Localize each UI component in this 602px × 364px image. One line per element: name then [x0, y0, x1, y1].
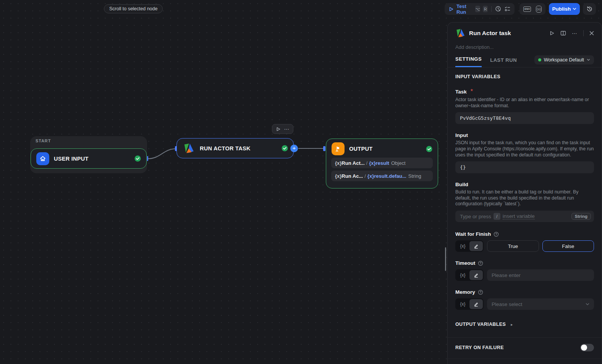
memory-select[interactable]: Please select — [487, 298, 594, 310]
output-variables-heading: OUTPUT VARIABLES — [455, 322, 506, 327]
apify-logo-icon — [455, 28, 465, 38]
edge-userinput-to-runactor — [148, 149, 176, 159]
env-variables-icon[interactable]: ENV — [523, 6, 531, 12]
variable-icon: {x} — [369, 160, 375, 166]
tab-settings[interactable]: SETTINGS — [455, 56, 482, 67]
value-mode-toggle: {x} — [455, 269, 484, 281]
chevron-down-icon — [586, 303, 589, 306]
value-mode-toggle: {x} — [455, 298, 484, 310]
insert-variable-link[interactable]: insert variable — [503, 213, 535, 219]
panel-title: Run Actor task — [469, 30, 545, 37]
home-icon — [36, 152, 49, 165]
tab-last-run[interactable]: LAST RUN — [490, 57, 517, 67]
add-next-node-button[interactable]: + — [290, 145, 298, 152]
required-mark: * — [471, 88, 473, 95]
help-icon[interactable] — [494, 232, 499, 237]
value-mode-toggle: {x} — [455, 240, 484, 252]
scroll-to-selected-node-button[interactable]: Scroll to selected node — [104, 4, 163, 13]
caret-right-icon: ▸ — [511, 322, 513, 327]
help-icon[interactable] — [478, 261, 483, 266]
success-check-icon — [426, 146, 432, 152]
literal-mode-button[interactable] — [469, 299, 483, 309]
shortcut-key-r: R — [483, 6, 488, 12]
build-input[interactable]: Type or press / insert variable String — [455, 211, 594, 222]
version-history-button[interactable] — [583, 3, 596, 15]
true-button[interactable]: True — [487, 240, 539, 252]
variable-type: String — [408, 173, 421, 179]
node-run-actor-task[interactable]: RUN ACTOR TASK — [176, 138, 294, 158]
node-user-input[interactable]: USER INPUT — [31, 148, 147, 169]
close-icon[interactable] — [589, 31, 594, 35]
node-user-input-title: USER INPUT — [54, 156, 130, 162]
divider — [583, 30, 584, 36]
task-input[interactable]: PvVdGcG5zsyT8E4vq — [455, 112, 594, 124]
build-label: Build — [455, 182, 468, 187]
timeout-input[interactable]: Please enter — [487, 269, 594, 281]
docs-book-icon[interactable] — [560, 31, 566, 36]
path-separator: / — [366, 160, 368, 166]
variable-path: result.defau... — [374, 173, 406, 179]
slash-key-icon: / — [494, 213, 500, 220]
wait-for-finish-label: Wait for Finish — [455, 231, 491, 237]
test-run-button[interactable]: Test Run — [456, 3, 473, 15]
variable-mode-button[interactable]: {x} — [456, 299, 469, 309]
output-variables-section[interactable]: OUTPUT VARIABLES ▸ — [455, 322, 594, 327]
task-description: Actor task identifier - ID or an alias i… — [455, 97, 594, 109]
success-check-icon — [134, 155, 141, 162]
help-icon[interactable] — [478, 290, 483, 295]
timeout-label: Timeout — [455, 260, 475, 266]
output-variable-row[interactable]: {x}Run Act... / {x}result Object — [331, 158, 433, 168]
variable-icon: {x} — [335, 173, 341, 179]
variable-icon: {x} — [335, 160, 341, 166]
workspace-status-dot — [538, 58, 541, 61]
memory-select-placeholder: Please select — [492, 301, 522, 307]
checklist-icon[interactable] — [504, 6, 511, 12]
publish-label: Publish — [552, 6, 571, 12]
variable-inspector-icon[interactable]: (x) — [536, 6, 542, 13]
history-icon — [586, 6, 593, 12]
publish-button[interactable]: Publish — [549, 3, 580, 15]
node-config-panel: Run Actor task ⋯ Add description... SETT… — [447, 22, 602, 364]
variable-icon: {x} — [367, 173, 374, 179]
workspace-selector[interactable]: Workspace Default — [534, 55, 594, 64]
test-run-group: Test Run ⌥ R — [445, 3, 515, 15]
divider — [491, 6, 492, 12]
apify-logo-icon — [182, 142, 195, 155]
memory-label: Memory — [455, 289, 475, 295]
panel-resize-handle[interactable] — [445, 247, 446, 271]
run-node-icon[interactable] — [549, 31, 555, 36]
chevron-down-icon — [587, 59, 590, 61]
node-toolbar[interactable]: ⋯ — [272, 124, 293, 134]
node-run-actor-task-title: RUN ACTOR TASK — [200, 145, 277, 151]
env-variables-group: ENV (x) — [519, 3, 545, 15]
retry-on-failure-toggle[interactable] — [580, 344, 594, 351]
description-input[interactable]: Add description... — [448, 38, 602, 50]
variable-source: Run Act... — [341, 160, 364, 166]
finish-flag-icon — [332, 142, 345, 155]
handle-output-in — [323, 146, 325, 151]
literal-mode-button[interactable] — [469, 270, 483, 280]
false-button[interactable]: False — [542, 240, 594, 252]
workspace-label: Workspace Default — [544, 57, 584, 63]
node-output[interactable]: OUTPUT {x}Run Act... / {x}result Object … — [326, 139, 438, 188]
play-icon[interactable] — [448, 6, 454, 12]
more-options-icon[interactable]: ⋯ — [572, 31, 578, 35]
literal-mode-button[interactable] — [469, 241, 483, 251]
input-label: Input — [455, 132, 468, 138]
input-variables-heading: INPUT VARIABLES — [455, 74, 594, 79]
run-node-icon[interactable] — [276, 127, 281, 132]
json-input[interactable]: {} — [455, 161, 594, 173]
task-label: Task — [455, 89, 467, 95]
variable-mode-button[interactable]: {x} — [456, 241, 469, 251]
chevron-down-icon — [573, 8, 576, 10]
node-output-title: OUTPUT — [349, 146, 421, 152]
path-separator: / — [364, 173, 366, 179]
run-history-icon[interactable] — [495, 6, 502, 12]
variable-type: Object — [391, 160, 406, 166]
output-variable-row[interactable]: {x}Run Ac... / {x}result.defau... String — [331, 171, 433, 181]
start-group-label: START — [36, 139, 51, 143]
build-placeholder: Type or press — [460, 214, 491, 219]
variable-mode-button[interactable]: {x} — [456, 270, 469, 280]
more-options-icon[interactable]: ⋯ — [284, 127, 290, 131]
build-description: Build to run. It can be either a build t… — [455, 189, 594, 207]
